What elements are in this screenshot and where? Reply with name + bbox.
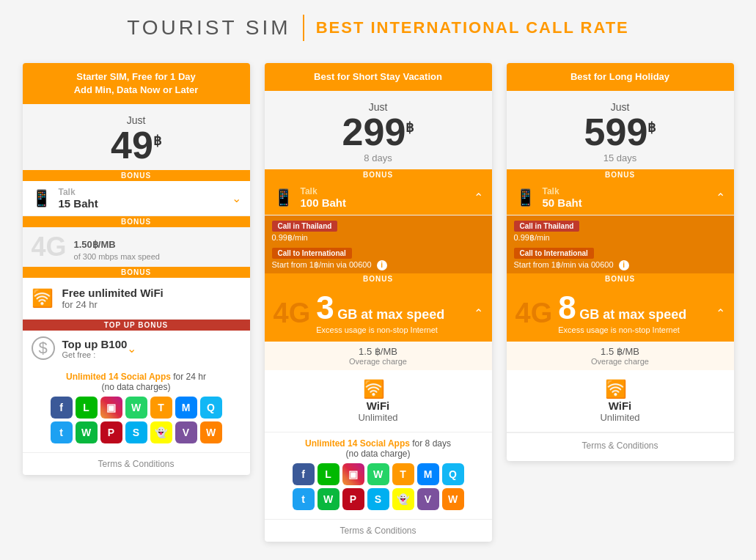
- card-starter: Starter SIM, Free for 1 Day Add Min, Dat…: [23, 63, 250, 475]
- social-line-short: L: [318, 463, 340, 485]
- card-short-header-line1: Best for Short Stay Vacation: [274, 70, 483, 84]
- data-gb-info-long: 8 GB at max speed Excess usage is non-st…: [558, 292, 686, 334]
- call-thailand-rate-short: 0.99฿/min: [272, 233, 485, 243]
- social-snapchat: 👻: [150, 421, 172, 443]
- call-info-icon-short: i: [377, 260, 387, 270]
- wifi-text-starter: Free unlimited WiFi for 24 hr: [62, 287, 164, 310]
- price-amount-starter: 49฿: [23, 126, 250, 164]
- bonus-talk-text-short: Talk 100 Baht: [301, 186, 474, 209]
- call-detail-short: Call in Thailand 0.99฿/min Call to Inter…: [265, 215, 492, 273]
- dollar-icon-starter: $: [32, 336, 55, 360]
- data-overage-rate-short: 1.5 ฿/MB: [274, 346, 483, 357]
- data-overage-row-short: 1.5 ฿/MB Overage charge: [265, 342, 492, 370]
- topup-chevron-starter[interactable]: ⌄: [127, 342, 136, 355]
- topup-title-starter: Top up B100: [62, 338, 128, 350]
- phone-icon-starter: 📱: [32, 189, 51, 208]
- topup-sub-starter: Get free :: [62, 350, 128, 359]
- social-viber-short: V: [417, 488, 439, 510]
- phone-icon-long: 📱: [515, 188, 535, 207]
- data-overage-rate-long: 1.5 ฿/MB: [515, 346, 725, 357]
- social-text-starter: Unlimited 14 Social Apps for 24 hr (no d…: [32, 372, 241, 392]
- call-intl-btn-short: Call to International: [272, 248, 352, 259]
- wifi-icon-long: 🛜: [605, 379, 627, 399]
- social-qq: Q: [200, 397, 222, 419]
- wifi-sub-starter: for 24 hr: [62, 299, 164, 310]
- wifi-icon-starter: 🛜: [32, 288, 54, 309]
- 4g-icon-starter: 4G: [32, 234, 67, 260]
- social-twitter-short: t: [293, 488, 315, 510]
- header-divider: [303, 15, 304, 41]
- call-info-icon-long: i: [619, 260, 629, 270]
- social-skype: S: [125, 421, 147, 443]
- social-facebook-short: f: [293, 463, 315, 485]
- data-overage-row-long: 1.5 ฿/MB Overage charge: [507, 342, 734, 370]
- data-chevron-long[interactable]: ⌃: [716, 306, 725, 320]
- topup-text-starter: Top up B100 Get free :: [62, 338, 128, 359]
- bonus-talk-chevron-starter[interactable]: ⌄: [232, 191, 241, 205]
- social-messenger-short: M: [417, 463, 439, 485]
- bonus-talk-value-short: 100 Baht: [301, 196, 474, 209]
- call-thailand-btn-short: Call in Thailand: [272, 221, 338, 232]
- data-gb-info-short: 3 GB at max speed Excess usage is non-st…: [316, 292, 444, 334]
- wifi-terms-long[interactable]: Terms & Conditions: [507, 432, 734, 461]
- social-messenger: M: [175, 397, 197, 419]
- wifi-title-starter: Free unlimited WiFi: [62, 287, 164, 299]
- social-skype-short: S: [367, 488, 389, 510]
- header-subtitle: BEST INTERNATIONAL CALL RATE: [316, 18, 629, 37]
- social-weibo-short: W: [442, 488, 464, 510]
- bonus-talk-chevron-long[interactable]: ⌃: [716, 191, 725, 205]
- price-days-short: 8 days: [265, 152, 492, 163]
- wifi-row-long: 🛜 WiFi Unlimited: [507, 370, 734, 432]
- social-instagram-short: ▣: [342, 463, 364, 485]
- data-rate-starter: 1.50฿/MB: [74, 233, 241, 252]
- card-long-header: Best for Long Holiday: [507, 63, 734, 91]
- topup-row-starter: $ Top up B100 Get free : ⌄: [23, 331, 250, 366]
- data-excess-long: Excess usage is non-stop Internet: [558, 325, 686, 334]
- data-sub-starter: of 300 mbps max speed: [74, 252, 241, 261]
- terms-short[interactable]: Terms & Conditions: [265, 519, 492, 542]
- data-overage-label-long: Overage charge: [515, 357, 725, 366]
- bonus-label-2-short: BONUS: [265, 273, 492, 284]
- price-section-long: Just 599฿ 15 days: [507, 91, 734, 169]
- social-icons-row2-short: t W P S 👻 V W: [274, 488, 483, 510]
- bonus-talk-value-long: 50 Baht: [543, 196, 716, 209]
- bonus-talk-row-starter: 📱 Talk 15 Baht ⌄: [23, 181, 250, 216]
- bonus-talk-row-short: 📱 Talk 100 Baht ⌃: [265, 180, 492, 215]
- bonus-talk-chevron-short[interactable]: ⌃: [474, 191, 483, 205]
- social-pinterest: P: [100, 421, 122, 443]
- card-starter-header: Starter SIM, Free for 1 Day Add Min, Dat…: [23, 63, 250, 104]
- wifi-sub-short: Unlimited: [358, 412, 397, 423]
- call-intl-rate-short: Start from 1฿/min via 00600 i: [272, 260, 485, 270]
- call-thailand-btn-long: Call in Thailand: [514, 221, 580, 232]
- data-bonus-row-short: 4G 3 GB at max speed Excess usage is non…: [265, 284, 492, 342]
- wifi-row-short: 🛜 WiFi Unlimited: [265, 370, 492, 432]
- social-instagram: ▣: [100, 397, 122, 419]
- social-icons-row1-starter: f L ▣ W T M Q: [32, 397, 241, 419]
- card-long-header-line1: Best for Long Holiday: [515, 70, 725, 84]
- data-chevron-short[interactable]: ⌃: [474, 306, 483, 320]
- social-twitter: t: [51, 421, 73, 443]
- terms-starter[interactable]: Terms & Conditions: [23, 452, 250, 475]
- price-amount-short: 299฿: [265, 113, 492, 151]
- bonus-label-2-long: BONUS: [507, 273, 734, 284]
- social-talk: T: [150, 397, 172, 419]
- social-qq-short: Q: [442, 463, 464, 485]
- social-icons-row1-short: f L ▣ W T M Q: [274, 463, 483, 485]
- call-detail-long: Call in Thailand 0.99฿/min Call to Inter…: [507, 215, 734, 273]
- 4g-large-long: 4G: [515, 299, 553, 327]
- social-weibo: W: [200, 421, 222, 443]
- social-line: L: [76, 397, 98, 419]
- phone-icon-short: 📱: [274, 188, 293, 207]
- wifi-icon-short: 🛜: [363, 379, 385, 399]
- bonus-talk-title-short: Talk: [301, 186, 474, 196]
- call-intl-rate-long: Start from 1฿/min via 00600 i: [514, 260, 727, 270]
- social-text-short: Unlimited 14 Social Apps for 8 days (no …: [274, 438, 483, 459]
- card-long: Best for Long Holiday Just 599฿ 15 days …: [507, 63, 734, 461]
- bonus-label-2-starter: BONUS: [23, 216, 250, 227]
- data-overage-label-short: Overage charge: [274, 357, 483, 366]
- 4g-large-short: 4G: [274, 299, 311, 327]
- bonus-talk-title-long: Talk: [543, 186, 716, 196]
- social-whatsapp-short: W: [367, 463, 389, 485]
- call-thailand-rate-long: 0.99฿/min: [514, 233, 727, 243]
- wifi-title-short: WiFi: [367, 399, 390, 412]
